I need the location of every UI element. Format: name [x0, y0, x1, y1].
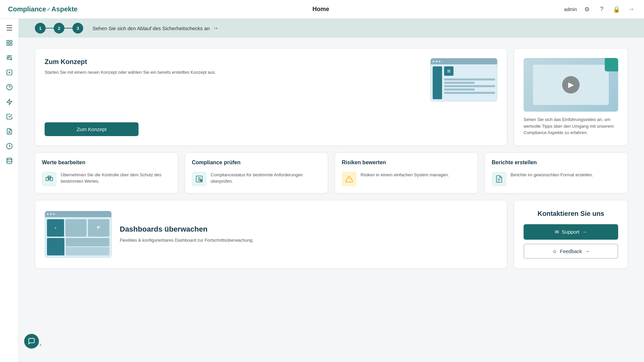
main-content: Zum Konzept Starten Sie mit einem neuen …: [19, 38, 644, 362]
dashboard-card[interactable]: ≡ 📊 Dashbo: [35, 200, 507, 268]
berichte-description: Berichte im gewünschten Format erstellen…: [511, 172, 593, 178]
svg-rect-2: [10, 44, 12, 46]
video-description: Sehen Sie sich das Einführungsvideo an, …: [524, 116, 618, 136]
compliance-description: Compliancestatus für bestimmte Anforderu…: [211, 172, 321, 185]
logo: Compliance ✓ Aspekte: [8, 5, 77, 13]
svg-point-6: [10, 59, 11, 60]
svg-rect-3: [7, 44, 9, 46]
contact-title: Kontaktieren Sie uns: [524, 210, 618, 218]
svg-point-5: [9, 55, 10, 56]
berichte-card[interactable]: Berichte erstellen Berichte im gewünscht…: [485, 153, 628, 193]
risiken-icon: [342, 172, 357, 186]
dashboard-title: Dashboards überwachen: [120, 225, 497, 234]
help-icon[interactable]: ?: [597, 5, 606, 14]
chat-button[interactable]: [24, 334, 39, 349]
logout-icon[interactable]: →: [627, 5, 636, 14]
sidebar-item-lightning[interactable]: [3, 95, 16, 109]
konzept-text: Zum Konzept Starten Sie mit einem neuen …: [45, 58, 424, 76]
dashboard-text: Dashboards überwachen Flexibles & konfig…: [120, 225, 497, 244]
top-grid: Zum Konzept Starten Sie mit einem neuen …: [35, 48, 628, 146]
lock-icon[interactable]: 🔒: [612, 5, 621, 14]
berichte-icon: [492, 172, 506, 186]
dashboard-description: Flexibles & konfigurierbares Dashboard z…: [120, 237, 497, 244]
sidebar-item-history[interactable]: [3, 139, 16, 153]
berichte-body: Berichte im gewünschten Format erstellen…: [492, 172, 621, 186]
konzept-title: Zum Konzept: [45, 58, 424, 66]
dashboard-illustration: ≡ 📊: [45, 211, 112, 258]
svg-rect-0: [7, 41, 9, 43]
support-label: Support: [562, 229, 580, 235]
risiken-card[interactable]: Risiken bewerten Risiken in einem einfac…: [335, 153, 478, 193]
compliance-body: Compliancestatus für bestimmte Anforderu…: [192, 172, 321, 186]
svg-rect-24: [48, 176, 51, 179]
feedback-button[interactable]: ☺ Feedback →: [524, 244, 618, 259]
konzept-content: Zum Konzept Starten Sie mit einem neuen …: [45, 58, 497, 114]
video-thumbnail[interactable]: ▶: [524, 58, 618, 112]
header: Compliance ✓ Aspekte Home admin ⚙ ? 🔒 →: [0, 0, 644, 19]
berichte-title: Berichte erstellen: [492, 160, 621, 166]
settings-icon[interactable]: ⚙: [582, 5, 592, 14]
video-card: ▶ Sehen Sie sich das Einführungsvideo an…: [514, 48, 628, 146]
mid-grid: Werte bearbeiten Übernehmen Sie die Kont…: [35, 153, 628, 193]
sidebar-menu-icon[interactable]: ☰: [3, 21, 16, 35]
sidebar: ☰: [0, 19, 19, 362]
step-2: 2: [54, 23, 64, 34]
svg-rect-1: [10, 41, 12, 43]
play-button[interactable]: ▶: [562, 76, 580, 94]
support-arrow-icon: →: [582, 229, 587, 235]
sidebar-item-checklist[interactable]: [3, 66, 16, 79]
zum-konzept-button[interactable]: Zum Konzept: [45, 122, 139, 136]
compliance-title: Compliance prüfen: [192, 160, 321, 166]
konzept-description: Starten Sie mit einem neuen Konzept oder…: [45, 69, 424, 76]
werte-body: Übernehmen Sie die Kontrolle über dem Sc…: [42, 172, 171, 186]
sidebar-item-filter[interactable]: [3, 51, 16, 64]
step-3: 3: [72, 23, 83, 34]
logo-text-compliance: Compliance: [8, 5, 46, 13]
werte-card[interactable]: Werte bearbeiten Übernehmen Sie die Kont…: [35, 153, 178, 193]
contact-card: Kontaktieren Sie uns ✉ Support → ☺ Feedb…: [514, 200, 628, 268]
sidebar-item-tasks[interactable]: [3, 110, 16, 123]
banner: 1 2 3 Sehen Sie sich den Ablauf des Sich…: [19, 19, 644, 38]
steps-indicator: 1 2 3: [35, 23, 83, 34]
risiken-title: Risiken bewerten: [342, 160, 471, 166]
werte-description: Übernehmen Sie die Kontrolle über dem Sc…: [61, 172, 171, 185]
bottom-grid: ≡ 📊 Dashbo: [35, 200, 628, 268]
banner-text[interactable]: Sehen Sie sich den Ablauf des Sicherheit…: [93, 25, 218, 32]
support-icon: ✉: [555, 229, 559, 235]
sidebar-item-reports[interactable]: [3, 125, 16, 138]
chat-expand-icon[interactable]: ›: [40, 342, 41, 348]
compliance-card[interactable]: Compliance prüfen Compliancestatus für b…: [185, 153, 328, 193]
support-button[interactable]: ✉ Support →: [524, 224, 618, 240]
risiken-body: Risiken in einem einfachen System manage…: [342, 172, 471, 186]
werte-icon: [42, 172, 57, 186]
banner-arrow-icon: →: [212, 25, 218, 32]
feedback-label: Feedback: [560, 248, 582, 254]
konzept-card: Zum Konzept Starten Sie mit einem neuen …: [35, 48, 507, 146]
werte-title: Werte bearbeiten: [42, 160, 171, 166]
risiken-description: Risiken in einem einfachen System manage…: [361, 172, 449, 178]
sidebar-item-dashboard[interactable]: [3, 36, 16, 50]
logo-text-aspekte: Aspekte: [51, 5, 77, 13]
sidebar-item-help[interactable]: [3, 80, 16, 94]
header-actions: admin ⚙ ? 🔒 →: [564, 5, 636, 14]
konzept-illustration: ⊞: [430, 58, 497, 102]
feedback-arrow-icon: →: [585, 248, 590, 254]
step-1: 1: [35, 23, 46, 34]
step-line-2: [64, 28, 72, 28]
svg-marker-18: [7, 99, 12, 105]
svg-point-22: [7, 158, 12, 160]
logo-check-icon: ✓: [47, 7, 51, 12]
page-title: Home: [313, 6, 329, 13]
admin-label: admin: [564, 7, 577, 12]
banner-description: Sehen Sie sich den Ablauf des Sicherheit…: [93, 25, 210, 31]
sidebar-item-database[interactable]: [3, 154, 16, 168]
feedback-icon: ☺: [552, 248, 557, 254]
compliance-icon: [192, 172, 207, 186]
svg-point-4: [7, 57, 8, 58]
step-line-1: [46, 28, 54, 28]
